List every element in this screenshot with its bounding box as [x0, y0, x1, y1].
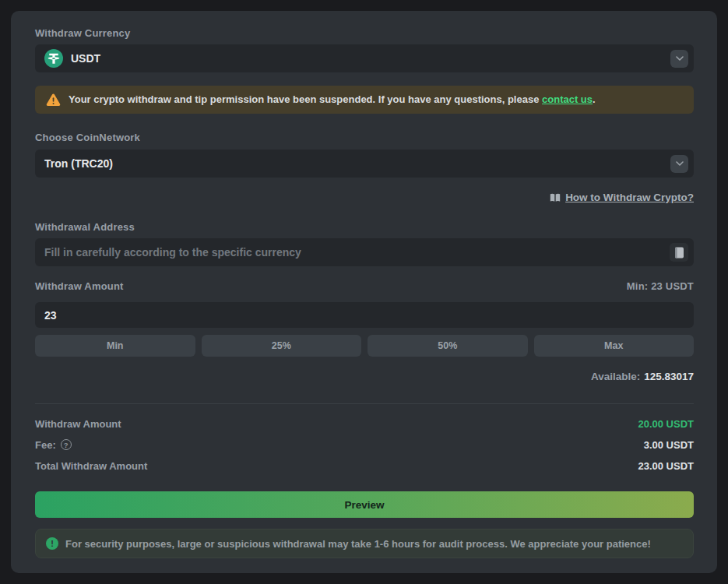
withdrawal-address-label: Withdrawal Address — [35, 222, 694, 233]
summary-fee-label: Fee: ? — [35, 439, 72, 451]
half-button[interactable]: 50% — [368, 335, 528, 357]
contact-us-link[interactable]: contact us — [542, 93, 593, 105]
paste-button[interactable] — [670, 243, 688, 262]
amount-label-row: Withdraw Amount Min: 23 USDT — [35, 281, 694, 292]
min-amount-label: Min: 23 USDT — [627, 281, 694, 292]
divider — [35, 403, 694, 404]
summary-row-total: Total Withdraw Amount 23.00 USDT — [35, 460, 694, 471]
coin-network-label: Choose CoinNetwork — [35, 132, 694, 143]
summary-row-fee: Fee: ? 3.00 USDT — [35, 439, 694, 450]
warning-text: Your crypto withdraw and tip permission … — [69, 94, 596, 105]
network-dropdown-button[interactable] — [670, 155, 688, 173]
available-value: 125.83017 — [644, 371, 694, 382]
summary-total-value: 23.00 USDT — [638, 460, 694, 472]
fee-question-icon[interactable]: ? — [61, 439, 72, 450]
network-select[interactable]: Tron (TRC20) — [35, 150, 694, 178]
withdrawal-address-input[interactable] — [44, 246, 670, 259]
withdrawal-address-field[interactable] — [35, 238, 694, 266]
summary-fee-value: 3.00 USDT — [644, 439, 694, 451]
paste-icon — [674, 247, 684, 259]
withdraw-panel: Withdraw Currency USDT Your crypto withd… — [11, 11, 717, 573]
book-icon — [550, 193, 561, 202]
min-button[interactable]: Min — [35, 335, 195, 357]
tether-icon — [44, 49, 63, 68]
currency-selected-value: USDT — [71, 52, 670, 65]
summary-row-withdraw-amount: Withdraw Amount 20.00 USDT — [35, 418, 694, 429]
summary-section: Withdraw Amount 20.00 USDT Fee: ? 3.00 U… — [35, 418, 694, 471]
available-label: Available: — [591, 371, 640, 382]
summary-total-label: Total Withdraw Amount — [35, 460, 147, 472]
chevron-down-icon — [676, 161, 684, 166]
quick-amount-row: Min 25% 50% Max — [35, 335, 694, 357]
how-to-withdraw-link[interactable]: How to Withdraw Crypto? — [550, 192, 694, 203]
summary-withdraw-amount-value: 20.00 USDT — [638, 418, 694, 430]
currency-dropdown-button[interactable] — [670, 50, 688, 68]
preview-button[interactable]: Preview — [35, 491, 694, 518]
available-balance-row: Available: 125.83017 — [35, 371, 694, 382]
quarter-button[interactable]: 25% — [202, 335, 362, 357]
summary-withdraw-amount-label: Withdraw Amount — [35, 418, 121, 430]
info-icon: ! — [46, 537, 58, 550]
withdraw-amount-input[interactable] — [35, 302, 694, 328]
security-info-banner: ! For security purposes, large or suspic… — [35, 529, 694, 558]
network-selected-value: Tron (TRC20) — [44, 157, 670, 170]
withdraw-currency-label: Withdraw Currency — [35, 28, 694, 39]
how-to-withdraw-label: How to Withdraw Crypto? — [565, 192, 694, 203]
withdraw-amount-label: Withdraw Amount — [35, 281, 124, 292]
security-info-text: For security purposes, large or suspicio… — [65, 538, 651, 550]
warning-icon — [46, 93, 61, 107]
help-row: How to Withdraw Crypto? — [35, 192, 694, 203]
currency-select[interactable]: USDT — [35, 44, 694, 72]
chevron-down-icon — [676, 56, 684, 61]
suspension-warning-banner: Your crypto withdraw and tip permission … — [35, 86, 694, 114]
max-button[interactable]: Max — [534, 335, 695, 357]
